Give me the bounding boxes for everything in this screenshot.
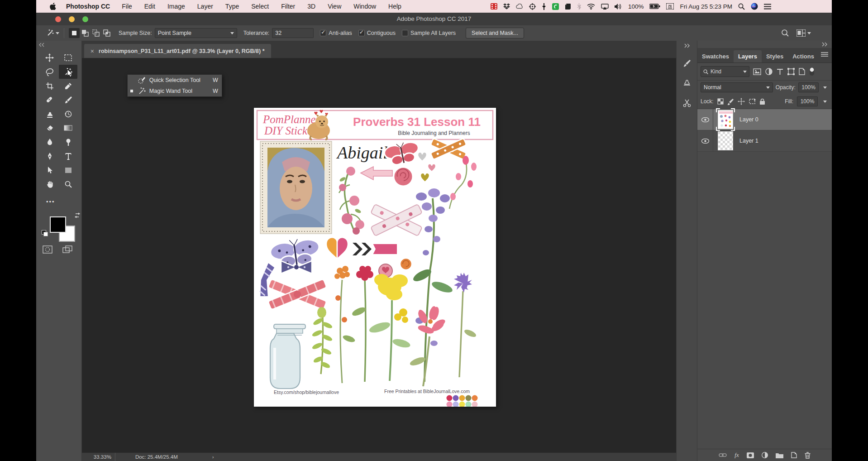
magic-wand-tool[interactable] <box>59 65 77 79</box>
status-options-arrow[interactable]: › <box>212 454 214 460</box>
filter-smart-objects-icon[interactable] <box>799 68 805 75</box>
new-layer-icon[interactable] <box>791 452 797 458</box>
collapse-dock-icon[interactable] <box>822 42 827 47</box>
menu-help[interactable]: Help <box>388 3 401 10</box>
anti-alias-checkbox-box[interactable] <box>320 30 326 36</box>
path-selection-tool[interactable] <box>40 163 59 177</box>
lock-transparent-pixels-icon[interactable] <box>717 98 724 105</box>
quick-mask-icon[interactable] <box>43 245 52 254</box>
document-tab[interactable]: × robinsampson_P31_L11_art01.pdf @ 33.3%… <box>84 44 271 58</box>
subtract-from-selection-button[interactable] <box>91 28 101 38</box>
opacity-caret[interactable] <box>821 83 829 92</box>
spotlight-icon[interactable] <box>738 3 745 10</box>
layer-1-visibility-toggle[interactable] <box>697 130 713 151</box>
sample-size-dropdown[interactable]: Point Sample <box>155 28 237 38</box>
hand-tool[interactable] <box>40 177 59 191</box>
select-and-mask-button[interactable]: Select and Mask... <box>466 28 524 38</box>
battery-percent[interactable]: 100% <box>628 3 644 10</box>
zoom-level-field[interactable]: 33.33% <box>90 453 115 461</box>
panel-menu-icon[interactable] <box>821 52 828 57</box>
menu-type[interactable]: Type <box>225 3 239 10</box>
siri-icon[interactable] <box>751 3 758 10</box>
screen-mode-icon[interactable] <box>62 245 72 254</box>
airplay-icon[interactable] <box>601 4 609 10</box>
lock-image-pixels-icon[interactable] <box>727 98 734 105</box>
eraser-tool[interactable] <box>40 121 59 135</box>
brush-settings-panel-icon[interactable] <box>682 59 692 68</box>
zoom-tool[interactable] <box>59 177 77 191</box>
layer-0-visibility-toggle[interactable] <box>697 109 713 130</box>
opacity-value[interactable]: 100% <box>798 82 819 92</box>
notification-center-icon[interactable] <box>764 4 771 10</box>
flyout-item-magic-wand[interactable]: Magic Wand Tool W <box>128 86 222 96</box>
anti-alias-checkbox[interactable]: Anti-alias <box>320 30 352 36</box>
clone-source-panel-icon[interactable] <box>682 79 692 88</box>
tab-swatches[interactable]: Swatches <box>697 50 734 62</box>
menu-3d[interactable]: 3D <box>307 3 315 10</box>
lock-artboard-icon[interactable] <box>749 98 756 105</box>
menu-view[interactable]: View <box>328 3 341 10</box>
sample-all-layers-checkbox-box[interactable] <box>402 30 408 36</box>
brush-tool[interactable] <box>59 93 77 107</box>
blend-mode-dropdown[interactable]: Normal <box>701 82 773 92</box>
filter-pixel-layers-icon[interactable] <box>753 68 761 75</box>
flyout-item-quick-selection[interactable]: Quick Selection Tool W <box>128 75 222 86</box>
fill-value[interactable]: 100% <box>797 96 818 106</box>
layer-filter-kind-dropdown[interactable]: Kind <box>701 66 749 77</box>
apple-menu-icon[interactable] <box>50 3 56 10</box>
menu-select[interactable]: Select <box>251 3 269 10</box>
tab-styles[interactable]: Styles <box>762 50 788 62</box>
pen-tool[interactable] <box>40 149 59 163</box>
edit-toolbar-ellipsis[interactable]: ••• <box>46 198 55 205</box>
blur-tool[interactable] <box>40 135 59 149</box>
move-tool[interactable] <box>40 51 59 65</box>
lock-position-icon[interactable] <box>738 98 745 105</box>
layer-row-1[interactable]: Layer 1 <box>697 130 832 152</box>
expand-panels-icon[interactable] <box>684 43 690 48</box>
tolerance-input[interactable]: 32 <box>272 28 314 38</box>
type-tool[interactable] <box>59 149 77 163</box>
swap-colors-icon[interactable] <box>74 212 81 218</box>
foreground-color-swatch[interactable] <box>50 216 66 233</box>
menubar-app-name[interactable]: Photoshop CC <box>66 3 110 10</box>
wifi-icon[interactable] <box>587 4 595 10</box>
link-layers-icon[interactable] <box>719 453 727 457</box>
lasso-tool[interactable] <box>40 65 59 79</box>
menu-file[interactable]: File <box>122 3 132 10</box>
dodge-tool[interactable] <box>59 135 77 149</box>
menubar-clock[interactable]: Fri Aug 25 5:23 PM <box>680 3 732 10</box>
add-layer-mask-icon[interactable] <box>747 452 754 458</box>
scissors-panel-icon[interactable] <box>682 99 692 108</box>
delete-layer-icon[interactable] <box>805 452 811 459</box>
layer-1-thumbnail[interactable] <box>718 131 733 150</box>
sample-all-layers-checkbox[interactable]: Sample All Layers <box>402 30 456 36</box>
add-to-selection-button[interactable] <box>80 28 91 38</box>
crosshair-icon[interactable] <box>529 3 536 10</box>
layer-1-name[interactable]: Layer 1 <box>739 138 758 144</box>
dropbox-icon[interactable] <box>503 3 510 10</box>
volume-icon[interactable] <box>615 4 622 10</box>
collapse-tools-icon[interactable] <box>39 43 44 47</box>
gradient-tool[interactable] <box>59 121 77 135</box>
fill-caret[interactable] <box>821 97 829 106</box>
menu-edit[interactable]: Edit <box>144 3 155 10</box>
sticker-sheet-page[interactable]: PomPlanner DIY Stickers <box>254 108 496 407</box>
wappwolf-icon[interactable] <box>552 3 559 10</box>
layer-0-thumbnail[interactable] <box>718 110 733 129</box>
tool-preset-picker[interactable] <box>45 29 59 38</box>
marquee-tool[interactable] <box>59 51 77 65</box>
menu-filter[interactable]: Filter <box>281 3 295 10</box>
pump-utility-icon[interactable] <box>542 3 546 10</box>
search-icon[interactable] <box>781 29 789 37</box>
eyedropper-tool[interactable] <box>59 79 77 93</box>
menu-layer[interactable]: Layer <box>197 3 213 10</box>
layer-0-name[interactable]: Layer 0 <box>739 116 758 123</box>
tab-layers[interactable]: Layers <box>734 50 762 62</box>
intersect-selection-button[interactable] <box>101 28 112 38</box>
clone-stamp-tool[interactable] <box>40 107 59 121</box>
creative-cloud-icon[interactable] <box>516 3 523 10</box>
filter-shape-layers-icon[interactable] <box>787 68 795 75</box>
lock-all-icon[interactable] <box>759 98 765 105</box>
new-selection-button[interactable] <box>69 28 80 38</box>
workspace-switcher[interactable] <box>796 29 811 37</box>
